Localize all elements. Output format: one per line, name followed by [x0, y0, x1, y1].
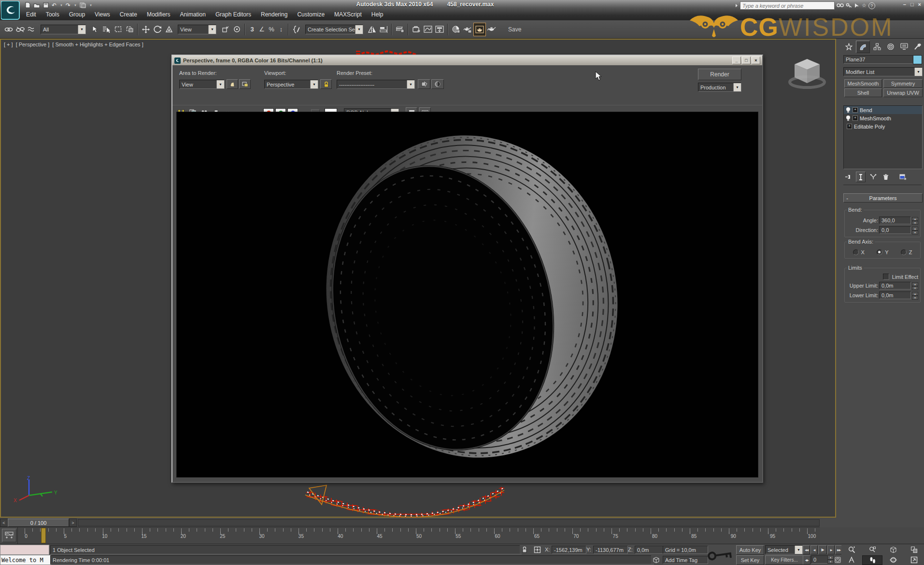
dropdown-arrow-icon[interactable]: ▼ [355, 25, 363, 34]
snaps-toggle-icon[interactable]: 3 [247, 23, 257, 36]
favorites-star-icon[interactable]: ☆ [862, 2, 867, 9]
angle-snap-icon[interactable]: ∠ [257, 23, 267, 36]
dropdown-arrow-icon[interactable]: ▼ [208, 25, 216, 34]
modifier-list-dropdown[interactable]: Modifier List ▼ [843, 67, 923, 76]
symmetry-shortcut-button[interactable]: Symmetry [883, 79, 923, 88]
modifier-on-off-bulb-icon[interactable] [846, 116, 851, 121]
next-frame-arrow[interactable]: > [69, 519, 77, 527]
walk-through-icon[interactable] [862, 555, 882, 565]
key-mode-toggle-icon[interactable]: ◀▶ [803, 555, 810, 565]
expand-modifier-icon[interactable]: + [853, 107, 858, 113]
zoom-all-icon[interactable] [862, 545, 882, 555]
absolute-offset-toggle-icon[interactable] [532, 545, 542, 554]
select-object-icon[interactable] [89, 23, 100, 36]
previous-frame-icon[interactable]: ◀ [810, 545, 818, 554]
y-coordinate-field[interactable]: -1130,677m [593, 546, 628, 554]
current-frame-marker[interactable] [41, 528, 46, 543]
zoom-extents-icon[interactable] [883, 545, 903, 555]
upper-limit-field[interactable]: 0,0m [879, 282, 911, 290]
fetch-icon[interactable] [80, 2, 86, 8]
spinner-down-icon[interactable]: ▼ [827, 560, 834, 564]
keyboard-shortcut-override-icon[interactable] [291, 23, 302, 36]
menu-item[interactable]: MAXScript [329, 10, 367, 19]
maxscript-mini-listener-pink[interactable] [0, 545, 49, 555]
minimize-icon[interactable]: _ [732, 57, 741, 64]
tab-motion[interactable] [884, 41, 897, 52]
fetch-dropdown-icon[interactable]: ▼ [89, 4, 92, 7]
infocenter-expand-icon[interactable] [735, 3, 738, 8]
field-of-view-icon[interactable] [841, 555, 862, 565]
pin-stack-icon[interactable] [843, 171, 853, 183]
dropdown-arrow-icon[interactable]: ▼ [407, 80, 414, 88]
redo-dropdown-icon[interactable]: ▼ [74, 4, 77, 7]
window-crossing-toggle-icon[interactable] [124, 23, 135, 36]
rectangular-selection-region-icon[interactable] [112, 23, 124, 36]
viewcube[interactable] [785, 50, 829, 95]
upper-limit-spinner[interactable]: ▲ ▼ [912, 282, 918, 289]
restore-window-icon[interactable]: □ [910, 1, 914, 7]
select-and-manipulate-icon[interactable] [231, 23, 242, 36]
modifier-stack-row-bend[interactable]: + Bend [844, 106, 922, 114]
key-filters-button[interactable]: Key Filters... [765, 555, 804, 565]
axis-x-radio[interactable]: X [853, 249, 865, 255]
redo-icon[interactable]: ↷ [66, 2, 71, 9]
bind-to-space-warp-icon[interactable] [26, 23, 38, 36]
menu-item[interactable]: Animation [175, 10, 211, 19]
previous-frame-arrow[interactable]: < [0, 519, 8, 527]
open-mini-curve-editor-icon[interactable] [2, 529, 16, 542]
tab-create[interactable] [842, 41, 855, 52]
menu-item[interactable]: Help [367, 10, 388, 19]
tab-modify[interactable] [856, 41, 870, 53]
play-animation-icon[interactable]: ▶ [818, 545, 827, 554]
spinner-up-icon[interactable]: ▲ [912, 217, 918, 221]
spinner-up-icon[interactable]: ▲ [912, 282, 918, 286]
select-and-link-icon[interactable] [3, 23, 14, 36]
x-coordinate-field[interactable]: -1562,139m [552, 546, 586, 554]
expand-modifier-icon[interactable]: + [853, 116, 858, 121]
spinner-down-icon[interactable]: ▼ [912, 286, 918, 290]
dropdown-arrow-icon[interactable]: ▼ [310, 80, 318, 88]
render-production-icon[interactable] [486, 23, 498, 36]
help-icon[interactable]: ? [868, 2, 875, 9]
selection-lock-icon[interactable] [520, 545, 529, 554]
object-color-swatch[interactable] [913, 55, 922, 64]
angle-field[interactable]: 360,0 [879, 217, 911, 224]
zoom-extents-all-icon[interactable] [904, 545, 924, 555]
maximize-icon[interactable]: □ [742, 57, 751, 64]
menu-item[interactable]: Modifiers [142, 10, 175, 19]
lower-limit-field[interactable]: 0,0m [879, 291, 911, 299]
dropdown-arrow-icon[interactable]: ▼ [914, 68, 922, 76]
production-mode-dropdown[interactable]: Production ▼ [698, 83, 741, 92]
mirror-icon[interactable] [366, 23, 378, 36]
add-time-tag-field[interactable]: Add Time Tag [663, 556, 708, 564]
container-toolbar-icon[interactable] [411, 23, 422, 36]
render-button[interactable]: Render [698, 69, 741, 80]
spinner-up-icon[interactable]: ▲ [827, 555, 834, 560]
time-configuration-icon[interactable] [834, 555, 841, 564]
modifier-stack-row-editable-poly[interactable]: + Editable Poly [844, 122, 922, 130]
parameters-rollout-header[interactable]: - Parameters [843, 193, 923, 203]
time-tag-cube-icon[interactable] [651, 555, 661, 564]
shell-shortcut-button[interactable]: Shell [844, 88, 882, 97]
frame-spinner[interactable]: ▲ ▼ [827, 555, 834, 564]
spinner-down-icon[interactable]: ▼ [912, 221, 918, 225]
application-menu-button[interactable] [1, 1, 20, 20]
zoom-icon[interactable] [841, 545, 862, 555]
spinner-down-icon[interactable]: ▼ [912, 231, 918, 234]
align-icon[interactable] [378, 23, 389, 36]
render-setup-icon[interactable] [462, 23, 473, 36]
environment-effects-icon[interactable] [431, 79, 444, 89]
orbit-icon[interactable] [883, 555, 903, 565]
dropdown-arrow-icon[interactable]: ▼ [795, 546, 802, 554]
save-file-icon[interactable] [43, 2, 49, 8]
z-coordinate-field[interactable]: 0,0m [635, 546, 664, 554]
percent-snap-icon[interactable]: % [267, 23, 276, 36]
use-pivot-point-icon[interactable] [219, 23, 231, 36]
menu-item[interactable]: Edit [21, 10, 41, 19]
render-preset-dropdown[interactable]: -------------------- ▼ [337, 80, 415, 89]
named-selection-sets-dropdown[interactable]: Create Selection Se ▼ [305, 25, 363, 34]
menu-item[interactable]: Customize [292, 10, 329, 19]
auto-region-icon[interactable] [239, 79, 251, 89]
tab-utilities[interactable] [911, 41, 924, 52]
collapse-rollout-icon[interactable]: - [844, 195, 851, 201]
